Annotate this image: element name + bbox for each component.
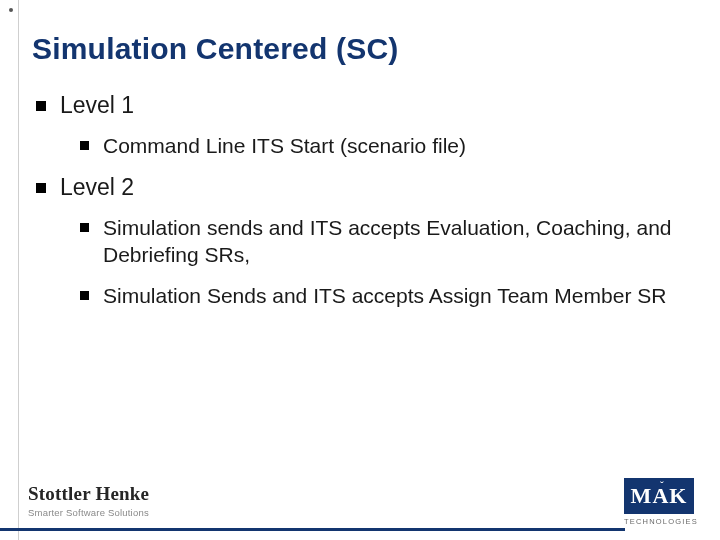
caron-icon: ˇ (660, 480, 665, 491)
bullet-level2: Command Line ITS Start (scenario file) (80, 133, 676, 160)
bullet-level1: Level 1 (36, 92, 676, 119)
bullet-text: Level 1 (60, 92, 676, 119)
bullet-level2: Simulation sends and ITS accepts Evaluat… (80, 215, 676, 269)
square-bullet-icon (36, 183, 46, 193)
footer-rule (0, 528, 625, 531)
bullet-level2: Simulation Sends and ITS accepts Assign … (80, 283, 676, 310)
square-bullet-icon (80, 141, 89, 150)
square-bullet-icon (80, 291, 89, 300)
content-area: Level 1 Command Line ITS Start (scenario… (36, 92, 676, 324)
logo-mak: MAK ˇ TECHNOLOGIES (624, 478, 698, 526)
square-bullet-icon (80, 223, 89, 232)
mak-text: MAK (631, 483, 688, 509)
vertical-rule (18, 0, 19, 540)
slide: Simulation Centered (SC) Level 1 Command… (0, 0, 720, 540)
mak-tagline: TECHNOLOGIES (624, 517, 698, 526)
bullet-level1: Level 2 (36, 174, 676, 201)
logo-text: Stottler Henke (28, 483, 149, 505)
bullet-text: Simulation sends and ITS accepts Evaluat… (103, 215, 676, 269)
bullet-text: Command Line ITS Start (scenario file) (103, 133, 676, 160)
bullet-text: Simulation Sends and ITS accepts Assign … (103, 283, 676, 310)
corner-dot (9, 8, 13, 12)
mak-badge: MAK ˇ (624, 478, 694, 514)
slide-title: Simulation Centered (SC) (32, 32, 399, 66)
bullet-text: Level 2 (60, 174, 676, 201)
square-bullet-icon (36, 101, 46, 111)
logo-stottler-henke: Stottler Henke Smarter Software Solution… (28, 483, 149, 518)
logo-tagline: Smarter Software Solutions (28, 507, 149, 518)
